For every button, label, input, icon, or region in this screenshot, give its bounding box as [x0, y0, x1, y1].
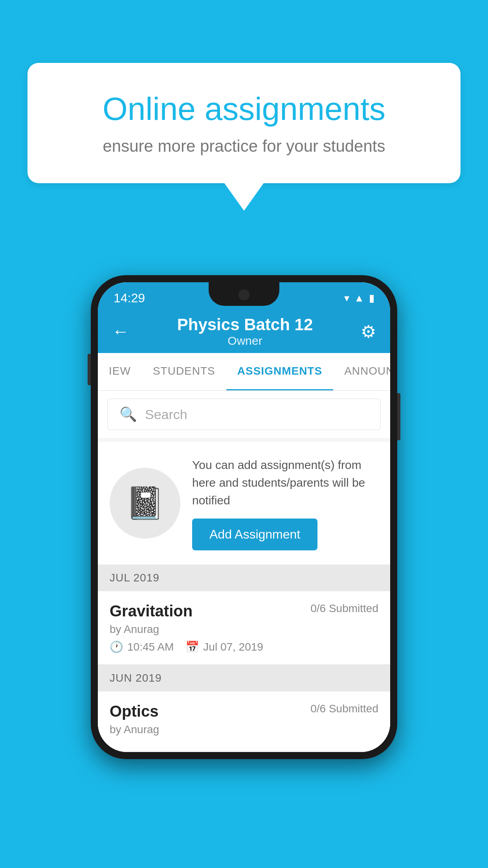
speech-bubble-subtitle: ensure more practice for your students — [59, 137, 429, 156]
assignment-submitted-optics: 0/6 Submitted — [310, 702, 378, 715]
assignment-time-gravitation: 🕐 10:45 AM — [110, 640, 174, 653]
battery-icon: ▮ — [369, 292, 374, 304]
settings-icon[interactable]: ⚙ — [361, 322, 376, 342]
power-button — [397, 393, 400, 440]
assignment-item-gravitation[interactable]: Gravitation 0/6 Submitted by Anurag 🕐 10… — [98, 591, 390, 665]
speech-bubble-container: Online assignments ensure more practice … — [28, 63, 460, 211]
phone: 14:29 ▾ ▲ ▮ ← Physics Batch 12 Owner ⚙ I… — [91, 275, 397, 759]
add-assignment-promo: 📓 You can add assignment(s) from here an… — [98, 442, 390, 565]
phone-screen: 14:29 ▾ ▲ ▮ ← Physics Batch 12 Owner ⚙ I… — [98, 282, 390, 752]
assignment-meta-gravitation: 🕐 10:45 AM 📅 Jul 07, 2019 — [110, 640, 378, 653]
status-icons: ▾ ▲ ▮ — [344, 292, 374, 304]
assignment-author-gravitation: by Anurag — [110, 623, 378, 636]
assignment-name-optics: Optics — [110, 702, 158, 720]
assignment-date-value: Jul 07, 2019 — [203, 641, 263, 653]
promo-content: You can add assignment(s) from here and … — [192, 456, 378, 550]
tab-assignments[interactable]: ASSIGNMENTS — [226, 353, 333, 390]
app-bar: ← Physics Batch 12 Owner ⚙ — [98, 310, 390, 353]
assignment-submitted-gravitation: 0/6 Submitted — [310, 602, 378, 615]
app-bar-subtitle: Owner — [177, 334, 313, 348]
tab-students[interactable]: STUDENTS — [142, 353, 226, 390]
notebook-icon: 📓 — [125, 485, 165, 522]
assignment-date-gravitation: 📅 Jul 07, 2019 — [185, 640, 263, 653]
app-bar-title: Physics Batch 12 — [177, 315, 313, 334]
status-time: 14:29 — [114, 291, 145, 305]
back-button[interactable]: ← — [112, 322, 129, 341]
phone-outer: 14:29 ▾ ▲ ▮ ← Physics Batch 12 Owner ⚙ I… — [91, 275, 397, 759]
phone-notch — [209, 282, 279, 306]
speech-bubble: Online assignments ensure more practice … — [28, 63, 460, 183]
promo-text: You can add assignment(s) from here and … — [192, 456, 378, 509]
section-header-jun-2019: JUN 2019 — [98, 665, 390, 691]
assignment-row1-optics: Optics 0/6 Submitted — [110, 702, 378, 720]
signal-icon: ▲ — [354, 292, 364, 304]
add-assignment-button[interactable]: Add Assignment — [192, 519, 317, 550]
assignment-time-value: 10:45 AM — [127, 641, 174, 653]
section-header-jul-2019: JUL 2019 — [98, 565, 390, 591]
clock-icon: 🕐 — [110, 640, 123, 653]
tab-iew[interactable]: IEW — [98, 353, 142, 390]
assignment-author-optics: by Anurag — [110, 723, 378, 736]
calendar-icon: 📅 — [185, 640, 199, 653]
promo-icon-circle: 📓 — [110, 468, 180, 539]
assignment-row1: Gravitation 0/6 Submitted — [110, 602, 378, 620]
tab-announcements[interactable]: ANNOUNCEM... — [333, 353, 390, 390]
assignment-name-gravitation: Gravitation — [110, 602, 193, 620]
search-placeholder: Search — [145, 407, 187, 422]
app-bar-title-container: Physics Batch 12 Owner — [177, 315, 313, 348]
wifi-icon: ▾ — [344, 292, 349, 304]
search-bar[interactable]: 🔍 Search — [107, 399, 381, 430]
content-area: 🔍 Search 📓 You can add assignment(s) fro… — [98, 391, 390, 752]
speech-bubble-title: Online assignments — [59, 90, 429, 127]
volume-button — [88, 354, 91, 385]
search-icon: 🔍 — [119, 406, 137, 423]
search-bar-container: 🔍 Search — [98, 391, 390, 438]
tabs-container: IEW STUDENTS ASSIGNMENTS ANNOUNCEM... — [98, 353, 390, 391]
speech-bubble-arrow — [224, 183, 264, 211]
assignment-item-optics[interactable]: Optics 0/6 Submitted by Anurag — [98, 691, 390, 752]
phone-camera — [238, 289, 250, 300]
